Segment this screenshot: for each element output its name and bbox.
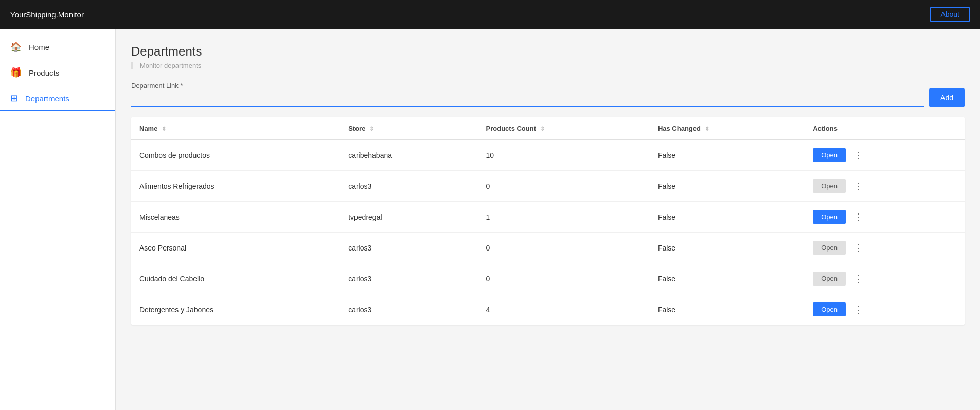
open-button[interactable]: Open <box>813 179 846 193</box>
col-name: Name ⇕ <box>131 117 340 140</box>
table-header-row: Name ⇕ Store ⇕ Products Count ⇕ Has Ch <box>131 117 965 140</box>
cell-actions: Open ⋮ <box>805 294 965 325</box>
cell-store: caribehabana <box>340 140 477 171</box>
sidebar-item-label: Departments <box>25 94 69 103</box>
col-actions: Actions <box>805 117 965 140</box>
cell-store: carlos3 <box>340 294 477 325</box>
cell-store: carlos3 <box>340 171 477 202</box>
more-options-button[interactable]: ⋮ <box>851 241 866 255</box>
cell-name: Detergentes y Jabones <box>131 294 340 325</box>
cell-has-changed: False <box>650 140 805 171</box>
more-options-button[interactable]: ⋮ <box>851 272 866 286</box>
table-row: Detergentes y Jabones carlos3 4 False Op… <box>131 294 965 325</box>
open-button[interactable]: Open <box>813 241 846 255</box>
col-store: Store ⇕ <box>340 117 477 140</box>
cell-actions: Open ⋮ <box>805 233 965 263</box>
departments-icon: ⊞ <box>10 93 18 104</box>
topbar: YourShipping.Monitor About <box>0 0 980 29</box>
cell-store: tvpedregal <box>340 202 477 233</box>
cell-has-changed: False <box>650 233 805 263</box>
gift-icon: 🎁 <box>10 67 22 78</box>
cell-has-changed: False <box>650 294 805 325</box>
cell-products-count: 0 <box>478 233 650 263</box>
open-button[interactable]: Open <box>813 302 846 316</box>
page-content: Departments Monitor departments Deparmen… <box>116 29 980 410</box>
cell-store: carlos3 <box>340 233 477 263</box>
sidebar-item-products[interactable]: 🎁 Products <box>0 60 115 85</box>
cell-actions: Open ⋮ <box>805 202 965 233</box>
main-layout: 🏠 Home 🎁 Products ⊞ Departments Departme… <box>0 29 980 410</box>
home-icon: 🏠 <box>10 41 22 52</box>
form-group-link: Deparment Link * <box>131 82 924 107</box>
sidebar-item-departments[interactable]: ⊞ Departments <box>0 85 115 111</box>
more-options-button[interactable]: ⋮ <box>851 180 866 193</box>
cell-name: Miscelaneas <box>131 202 340 233</box>
col-has-changed: Has Changed ⇕ <box>650 117 805 140</box>
page-subtitle: Monitor departments <box>131 62 965 69</box>
table-row: Combos de productos caribehabana 10 Fals… <box>131 140 965 171</box>
cell-actions: Open ⋮ <box>805 263 965 294</box>
sort-icon-products-count[interactable]: ⇕ <box>540 126 545 132</box>
more-options-button[interactable]: ⋮ <box>851 303 866 316</box>
cell-name: Alimentos Refrigerados <box>131 171 340 202</box>
sidebar-item-home[interactable]: 🏠 Home <box>0 34 115 60</box>
departments-table: Name ⇕ Store ⇕ Products Count ⇕ Has Ch <box>131 117 965 325</box>
cell-products-count: 1 <box>478 202 650 233</box>
sort-icon-name[interactable]: ⇕ <box>162 126 166 132</box>
table-row: Aseo Personal carlos3 0 False Open ⋮ <box>131 233 965 263</box>
sidebar-item-label: Products <box>29 68 59 77</box>
cell-name: Combos de productos <box>131 140 340 171</box>
page-title: Departments <box>131 44 965 59</box>
cell-products-count: 0 <box>478 263 650 294</box>
sidebar-item-label: Home <box>29 43 49 51</box>
cell-products-count: 10 <box>478 140 650 171</box>
table-row: Cuidado del Cabello carlos3 0 False Open… <box>131 263 965 294</box>
col-products-count: Products Count ⇕ <box>478 117 650 140</box>
add-button[interactable]: Add <box>929 88 965 107</box>
cell-has-changed: False <box>650 263 805 294</box>
table-row: Miscelaneas tvpedregal 1 False Open ⋮ <box>131 202 965 233</box>
open-button[interactable]: Open <box>813 210 846 224</box>
department-form: Deparment Link * Add <box>131 82 965 107</box>
sort-icon-has-changed[interactable]: ⇕ <box>705 126 709 132</box>
table-row: Alimentos Refrigerados carlos3 0 False O… <box>131 171 965 202</box>
more-options-button[interactable]: ⋮ <box>851 210 866 224</box>
department-link-input[interactable] <box>131 92 924 107</box>
more-options-button[interactable]: ⋮ <box>851 149 866 162</box>
sidebar: 🏠 Home 🎁 Products ⊞ Departments <box>0 29 116 410</box>
about-button[interactable]: About <box>930 7 970 22</box>
cell-actions: Open ⋮ <box>805 140 965 171</box>
cell-products-count: 4 <box>478 294 650 325</box>
sort-icon-store[interactable]: ⇕ <box>369 126 374 132</box>
cell-products-count: 0 <box>478 171 650 202</box>
open-button[interactable]: Open <box>813 272 846 286</box>
cell-has-changed: False <box>650 171 805 202</box>
cell-store: carlos3 <box>340 263 477 294</box>
cell-actions: Open ⋮ <box>805 171 965 202</box>
cell-name: Cuidado del Cabello <box>131 263 340 294</box>
open-button[interactable]: Open <box>813 148 846 162</box>
app-logo: YourShipping.Monitor <box>10 10 84 19</box>
cell-name: Aseo Personal <box>131 233 340 263</box>
form-label: Deparment Link * <box>131 82 924 90</box>
cell-has-changed: False <box>650 202 805 233</box>
